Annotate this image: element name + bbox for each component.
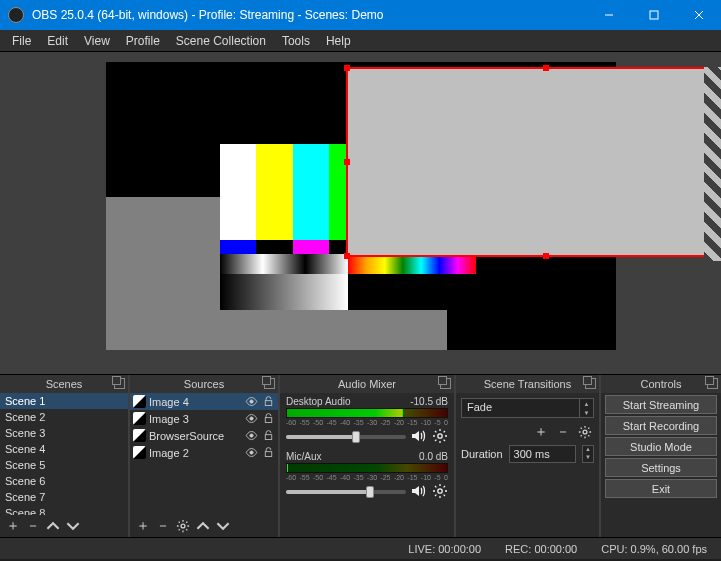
svg-point-10 xyxy=(249,451,252,454)
volume-slider[interactable] xyxy=(286,490,406,494)
settings-button[interactable]: Settings xyxy=(605,458,717,477)
scene-item[interactable]: Scene 8 xyxy=(0,505,128,515)
transitions-title: Scene Transitions xyxy=(484,378,571,390)
start-recording-button[interactable]: Start Recording xyxy=(605,416,717,435)
duration-spinner[interactable]: ▲▼ xyxy=(582,445,594,463)
scene-down-button[interactable] xyxy=(64,517,82,535)
meter-ticks: -60-55-50-45-40-35-30-25-20-15-10-50 xyxy=(286,474,448,481)
volume-slider[interactable] xyxy=(286,435,406,439)
svg-rect-11 xyxy=(265,452,272,457)
lock-toggle[interactable] xyxy=(261,395,275,409)
maximize-button[interactable] xyxy=(631,0,676,30)
menu-file[interactable]: File xyxy=(4,32,39,50)
resize-handle[interactable] xyxy=(344,159,350,165)
lock-toggle[interactable] xyxy=(261,429,275,443)
popout-icon[interactable] xyxy=(264,378,275,389)
menu-scene-collection[interactable]: Scene Collection xyxy=(168,32,274,50)
scenes-list[interactable]: Scene 1Scene 2Scene 3Scene 4Scene 5Scene… xyxy=(0,393,128,515)
resize-handle[interactable] xyxy=(543,253,549,259)
app-logo-icon xyxy=(8,7,24,23)
add-scene-button[interactable]: ＋ xyxy=(4,517,22,535)
visibility-toggle[interactable] xyxy=(244,395,258,409)
popout-icon[interactable] xyxy=(707,378,718,389)
menu-view[interactable]: View xyxy=(76,32,118,50)
window-title: OBS 25.0.4 (64-bit, windows) - Profile: … xyxy=(32,8,586,22)
popout-icon[interactable] xyxy=(114,378,125,389)
popout-icon[interactable] xyxy=(440,378,451,389)
source-type-icon xyxy=(133,446,146,459)
transitions-header: Scene Transitions xyxy=(456,375,599,393)
menu-help[interactable]: Help xyxy=(318,32,359,50)
source-down-button[interactable] xyxy=(214,517,232,535)
lock-toggle[interactable] xyxy=(261,412,275,426)
preview-canvas[interactable] xyxy=(106,62,616,350)
status-live: LIVE: 00:00:00 xyxy=(408,543,481,555)
sources-list[interactable]: Image 4Image 3BrowserSourceImage 2 xyxy=(130,393,278,515)
menu-tools[interactable]: Tools xyxy=(274,32,318,50)
menu-edit[interactable]: Edit xyxy=(39,32,76,50)
channel-settings-button[interactable] xyxy=(432,483,448,501)
scene-item[interactable]: Scene 1 xyxy=(0,393,128,409)
preview-selected-source[interactable] xyxy=(346,67,722,257)
scene-item[interactable]: Scene 2 xyxy=(0,409,128,425)
preview-area[interactable] xyxy=(0,52,721,374)
titlebar: OBS 25.0.4 (64-bit, windows) - Profile: … xyxy=(0,0,721,30)
transition-select[interactable]: Fade ▲▼ xyxy=(461,398,594,418)
source-type-icon xyxy=(133,412,146,425)
exit-button[interactable]: Exit xyxy=(605,479,717,498)
menu-profile[interactable]: Profile xyxy=(118,32,168,50)
source-item[interactable]: Image 3 xyxy=(130,410,278,427)
channel-level: -10.5 dB xyxy=(410,396,448,407)
minimize-button[interactable] xyxy=(586,0,631,30)
visibility-toggle[interactable] xyxy=(244,412,258,426)
resize-handle[interactable] xyxy=(344,253,350,259)
remove-scene-button[interactable]: － xyxy=(24,517,42,535)
remove-transition-button[interactable]: － xyxy=(554,423,572,441)
mute-button[interactable] xyxy=(410,428,428,446)
controls-body: Start StreamingStart RecordingStudio Mod… xyxy=(601,393,721,537)
source-item[interactable]: Image 2 xyxy=(130,444,278,461)
scene-item[interactable]: Scene 7 xyxy=(0,489,128,505)
svg-rect-9 xyxy=(265,435,272,440)
visibility-toggle[interactable] xyxy=(244,429,258,443)
close-button[interactable] xyxy=(676,0,721,30)
transition-spinner[interactable]: ▲▼ xyxy=(580,398,594,418)
duration-input[interactable]: 300 ms xyxy=(509,445,576,463)
add-source-button[interactable]: ＋ xyxy=(134,517,152,535)
status-rec: REC: 00:00:00 xyxy=(505,543,577,555)
popout-icon[interactable] xyxy=(585,378,596,389)
lock-toggle[interactable] xyxy=(261,446,275,460)
source-item[interactable]: BrowserSource xyxy=(130,427,278,444)
source-name: Image 4 xyxy=(149,396,241,408)
source-item[interactable]: Image 4 xyxy=(130,393,278,410)
audio-meter xyxy=(286,463,448,473)
mixer-header: Audio Mixer xyxy=(280,375,454,393)
controls-title: Controls xyxy=(641,378,682,390)
source-name: BrowserSource xyxy=(149,430,241,442)
scenes-header: Scenes xyxy=(0,375,128,393)
source-settings-button[interactable] xyxy=(174,517,192,535)
crop-stripes xyxy=(704,67,722,261)
resize-handle[interactable] xyxy=(543,65,549,71)
mute-button[interactable] xyxy=(410,483,428,501)
scene-up-button[interactable] xyxy=(44,517,62,535)
audio-mixer-dock: Audio Mixer Desktop Audio-10.5 dB-60-55-… xyxy=(280,375,456,537)
scene-item[interactable]: Scene 6 xyxy=(0,473,128,489)
scene-item[interactable]: Scene 3 xyxy=(0,425,128,441)
add-transition-button[interactable]: ＋ xyxy=(532,423,550,441)
start-streaming-button[interactable]: Start Streaming xyxy=(605,395,717,414)
scene-item[interactable]: Scene 5 xyxy=(0,457,128,473)
svg-point-14 xyxy=(438,489,442,493)
scene-item[interactable]: Scene 4 xyxy=(0,441,128,457)
channel-settings-button[interactable] xyxy=(432,428,448,446)
transition-settings-button[interactable] xyxy=(576,423,594,441)
remove-source-button[interactable]: － xyxy=(154,517,172,535)
svg-point-8 xyxy=(249,434,252,437)
source-up-button[interactable] xyxy=(194,517,212,535)
studio-mode-button[interactable]: Studio Mode xyxy=(605,437,717,456)
visibility-toggle[interactable] xyxy=(244,446,258,460)
controls-header: Controls xyxy=(601,375,721,393)
resize-handle[interactable] xyxy=(344,65,350,71)
meter-ticks: -60-55-50-45-40-35-30-25-20-15-10-50 xyxy=(286,419,448,426)
status-cpu: CPU: 0.9%, 60.00 fps xyxy=(601,543,707,555)
